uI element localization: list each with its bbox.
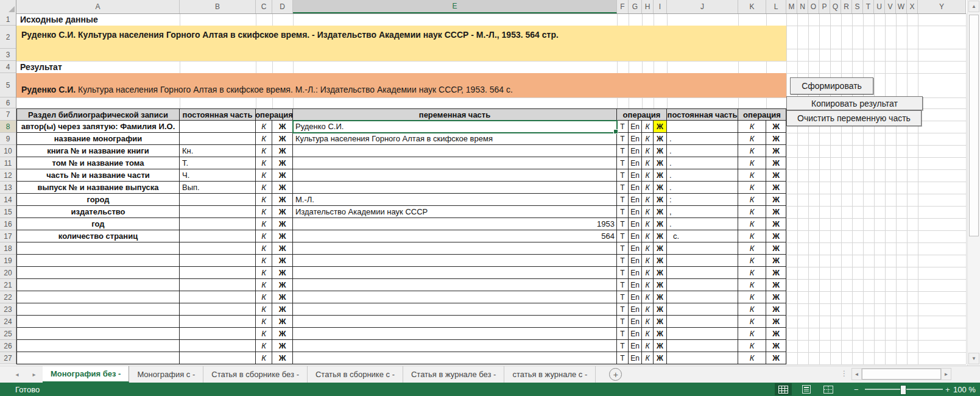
- cell-C13[interactable]: К: [256, 182, 272, 194]
- row-header-22[interactable]: 22: [0, 291, 16, 303]
- cell-H15[interactable]: К: [642, 206, 654, 218]
- cell-D21[interactable]: Ж: [272, 279, 293, 291]
- cell-K9[interactable]: К: [738, 133, 766, 145]
- cell-E27[interactable]: [293, 352, 617, 364]
- cell-G27[interactable]: En: [629, 352, 642, 364]
- cell-E13[interactable]: [293, 182, 617, 194]
- cell-E22[interactable]: [293, 291, 617, 303]
- cell-C9[interactable]: К: [256, 133, 272, 145]
- row-header-14[interactable]: 14: [0, 194, 16, 206]
- cell-H24[interactable]: К: [642, 316, 654, 328]
- row-header-20[interactable]: 20: [0, 267, 16, 279]
- cell-E14[interactable]: М.-Л.: [293, 194, 617, 206]
- cell-D10[interactable]: Ж: [272, 145, 293, 157]
- cell-A23[interactable]: [16, 303, 180, 316]
- row-header-17[interactable]: 17: [0, 230, 16, 242]
- cell-A10[interactable]: книга № и название книги: [16, 145, 180, 157]
- header-section[interactable]: Раздел библиографической записи: [16, 108, 180, 121]
- column-header-S[interactable]: S: [852, 0, 863, 13]
- column-header-V[interactable]: V: [885, 0, 896, 13]
- cell-G25[interactable]: En: [629, 328, 642, 340]
- cell-G21[interactable]: En: [629, 279, 642, 291]
- scroll-up-button[interactable]: ▲: [968, 1, 979, 12]
- sheet-tab-5[interactable]: Статья в журнале без -: [403, 366, 504, 383]
- row-header-9[interactable]: 9: [0, 133, 16, 145]
- cell-C8[interactable]: К: [256, 121, 272, 133]
- cell-K20[interactable]: К: [738, 267, 766, 279]
- cell-D16[interactable]: Ж: [272, 218, 293, 230]
- cell-A27[interactable]: [16, 352, 180, 364]
- cell-B21[interactable]: [180, 279, 256, 291]
- cell-L23[interactable]: Ж: [766, 303, 786, 316]
- cell-F12[interactable]: Т: [617, 169, 629, 182]
- tabbar-resize-handle[interactable]: ⋮: [841, 369, 848, 378]
- cell-D14[interactable]: Ж: [272, 194, 293, 206]
- cell-I11[interactable]: Ж: [654, 157, 667, 169]
- cell-F20[interactable]: Т: [617, 267, 629, 279]
- column-header-B[interactable]: B: [180, 0, 256, 13]
- cell-J20[interactable]: [667, 267, 738, 279]
- cell-K16[interactable]: К: [738, 218, 766, 230]
- cell-B10[interactable]: Кн.: [180, 145, 256, 157]
- cell-H14[interactable]: К: [642, 194, 654, 206]
- cell-I16[interactable]: Ж: [654, 218, 667, 230]
- result-citation-block[interactable]: Руденко С.И. Культура населения Горного …: [16, 73, 786, 97]
- cell-A9[interactable]: название монографии: [16, 133, 180, 145]
- cell-J24[interactable]: [667, 316, 738, 328]
- cell-H22[interactable]: К: [642, 291, 654, 303]
- sheet-tab-4[interactable]: Статья в сборнике с -: [308, 366, 403, 383]
- row-header-4[interactable]: 4: [0, 61, 16, 73]
- cell-L14[interactable]: Ж: [766, 194, 786, 206]
- cell-E23[interactable]: [293, 303, 617, 316]
- cell-C16[interactable]: К: [256, 218, 272, 230]
- cell-L24[interactable]: Ж: [766, 316, 786, 328]
- cell-C20[interactable]: К: [256, 267, 272, 279]
- cell-F23[interactable]: Т: [617, 303, 629, 316]
- cell-A25[interactable]: [16, 328, 180, 340]
- cell-H19[interactable]: К: [642, 255, 654, 267]
- cell-H25[interactable]: К: [642, 328, 654, 340]
- cell-K26[interactable]: К: [738, 340, 766, 352]
- cell-D27[interactable]: Ж: [272, 352, 293, 364]
- cell-K14[interactable]: К: [738, 194, 766, 206]
- column-header-P[interactable]: P: [819, 0, 830, 13]
- cell-E16[interactable]: 1953: [293, 218, 617, 230]
- cell-I15[interactable]: Ж: [654, 206, 667, 218]
- column-header-F[interactable]: F: [617, 0, 629, 13]
- cell-D12[interactable]: Ж: [272, 169, 293, 182]
- cell-A17[interactable]: количество страниц: [16, 230, 180, 242]
- cell-L9[interactable]: Ж: [766, 133, 786, 145]
- column-header-G[interactable]: G: [629, 0, 642, 13]
- cell-B25[interactable]: [180, 328, 256, 340]
- row-header-21[interactable]: 21: [0, 279, 16, 291]
- column-header-A[interactable]: A: [16, 0, 180, 13]
- cell-G12[interactable]: En: [629, 169, 642, 182]
- cell-D9[interactable]: Ж: [272, 133, 293, 145]
- cell-F17[interactable]: Т: [617, 230, 629, 242]
- cell-E9[interactable]: Культура населения Горного Алтая в скифс…: [293, 133, 617, 145]
- column-header-M[interactable]: M: [786, 0, 797, 13]
- sheet-tab-1[interactable]: Монография без -: [43, 366, 129, 383]
- cell-L10[interactable]: Ж: [766, 145, 786, 157]
- header-constant-part-2[interactable]: постоянная часть: [667, 108, 738, 121]
- cell-D18[interactable]: Ж: [272, 242, 293, 255]
- row-header-19[interactable]: 19: [0, 255, 16, 267]
- cell-G14[interactable]: En: [629, 194, 642, 206]
- cell-B12[interactable]: Ч.: [180, 169, 256, 182]
- cell-H12[interactable]: К: [642, 169, 654, 182]
- zoom-slider-thumb[interactable]: [900, 385, 906, 395]
- cell-K11[interactable]: К: [738, 157, 766, 169]
- header-operation-2[interactable]: операция: [617, 108, 667, 121]
- row-header-6[interactable]: 6: [0, 97, 16, 108]
- column-header-J[interactable]: J: [667, 0, 738, 13]
- vertical-scrollbar[interactable]: ▲ ▼: [967, 0, 980, 366]
- cell-C12[interactable]: К: [256, 169, 272, 182]
- cell-F13[interactable]: Т: [617, 182, 629, 194]
- row-header-12[interactable]: 12: [0, 169, 16, 182]
- cell-L12[interactable]: Ж: [766, 169, 786, 182]
- cell-D24[interactable]: Ж: [272, 316, 293, 328]
- cell-I26[interactable]: Ж: [654, 340, 667, 352]
- cell-E26[interactable]: [293, 340, 617, 352]
- cell-F18[interactable]: Т: [617, 242, 629, 255]
- cell-K8[interactable]: К: [738, 121, 766, 133]
